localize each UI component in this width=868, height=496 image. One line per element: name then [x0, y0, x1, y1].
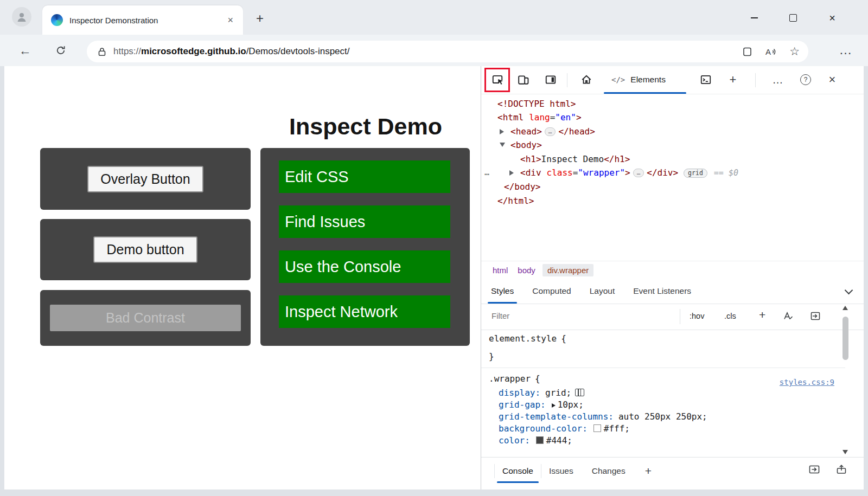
link-use-the-console[interactable]: Use the Console: [279, 250, 450, 283]
dom-h1-node[interactable]: <h1>Inspect Demo</h1>: [481, 152, 861, 166]
drawer-add-tab-button[interactable]: +: [645, 465, 652, 478]
scroll-up-arrow-icon[interactable]: [843, 306, 848, 310]
chevron-down-icon[interactable]: [845, 286, 853, 295]
dom-doctype[interactable]: <!DOCTYPE html>: [481, 97, 861, 111]
url-domain: microsoftedge.github.io: [141, 46, 246, 56]
expand-shorthand-icon[interactable]: [552, 403, 556, 408]
new-tab-button[interactable]: +: [252, 11, 268, 27]
address-bar[interactable]: https://microsoftedge.github.io/Demos/de…: [87, 41, 808, 62]
expand-drawer-icon[interactable]: [835, 464, 847, 477]
node-menu-icon[interactable]: …: [484, 166, 490, 179]
bad-contrast-button[interactable]: Bad Contrast: [50, 305, 241, 331]
dock-side-button[interactable]: [540, 69, 561, 91]
breadcrumb-div-wrapper[interactable]: div.wrapper: [542, 264, 593, 276]
window-close-button[interactable]: ×: [820, 9, 844, 27]
maximize-icon: [789, 14, 797, 22]
favorites-star-icon[interactable]: ☆: [789, 45, 800, 58]
lock-icon[interactable]: [98, 47, 106, 56]
tab-title: Inspector Demonstration: [69, 16, 223, 25]
close-icon: ×: [829, 12, 835, 24]
element-style-rule[interactable]: element.style{: [481, 330, 845, 347]
refresh-button[interactable]: [52, 42, 69, 59]
link-inspect-network[interactable]: Inspect Network: [279, 295, 450, 328]
dom-div-wrapper-node[interactable]: …<divclass="wrapper">…</div>grid== $0: [481, 166, 861, 180]
styles-filter-input[interactable]: [490, 311, 666, 321]
expand-arrow-icon[interactable]: [509, 170, 514, 176]
breadcrumb-html[interactable]: html: [488, 264, 513, 276]
scrollbar-thumb[interactable]: [843, 317, 848, 360]
drawer-tab-changes[interactable]: Changes: [592, 466, 626, 476]
collapsed-content-pill[interactable]: …: [633, 169, 644, 177]
welcome-home-button[interactable]: [576, 69, 597, 91]
color-swatch-dark[interactable]: [536, 436, 544, 444]
device-toolbar-icon: [518, 74, 529, 86]
tab-event-listeners[interactable]: Event Listeners: [633, 286, 691, 296]
css-property-background-color[interactable]: background-color:#fff;: [481, 423, 845, 435]
window-maximize-button[interactable]: [781, 9, 805, 27]
grid-editor-icon[interactable]: [575, 389, 584, 396]
toolbar-separator: [567, 73, 567, 87]
demo-button[interactable]: Demo button: [93, 236, 197, 263]
url-scheme: https://: [113, 46, 141, 56]
css-property-grid-gap[interactable]: grid-gap:10px;: [481, 399, 845, 411]
styles-filter-bar: :hov .cls +: [481, 304, 864, 330]
tutorial-highlight-red-box: [484, 68, 510, 92]
back-button[interactable]: ←: [16, 42, 34, 59]
tab-computed[interactable]: Computed: [532, 286, 571, 296]
tab-styles[interactable]: Styles: [491, 286, 514, 296]
profile-avatar[interactable]: [12, 7, 31, 27]
dom-html-open[interactable]: <htmllang="en">: [481, 111, 861, 124]
dom-head-node[interactable]: <head>…</head>: [481, 125, 861, 138]
dom-body-open[interactable]: <body>: [481, 138, 861, 152]
color-swatch-white[interactable]: [593, 424, 601, 432]
new-style-rule-button[interactable]: +: [759, 308, 765, 321]
read-aloud-icon[interactable]: A: [764, 47, 777, 57]
browser-tab[interactable]: Inspector Demonstration ×: [42, 5, 243, 35]
device-emulation-button[interactable]: [513, 69, 534, 91]
expand-arrow-icon[interactable]: [500, 129, 504, 134]
drawer-dock-icon[interactable]: [808, 464, 820, 477]
styles-tab-bar: Styles Computed Layout Event Listeners: [481, 279, 864, 304]
wrapper-rule-header[interactable]: .wrapper{ styles.css:9: [481, 371, 845, 387]
scroll-down-arrow-icon[interactable]: [843, 450, 848, 454]
split-screen-icon[interactable]: [742, 47, 752, 57]
collapse-arrow-icon[interactable]: [500, 143, 505, 147]
devtools-more-button[interactable]: …: [767, 69, 789, 91]
links-container: Edit CSS Find Issues Use the Console Ins…: [260, 148, 470, 346]
dom-tree: <!DOCTYPE html> <htmllang="en"> <head>…<…: [481, 94, 861, 208]
css-property-color[interactable]: color:#444;: [481, 435, 845, 447]
collapsed-content-pill[interactable]: …: [545, 127, 556, 136]
drawer-tab-console[interactable]: Console: [502, 466, 533, 476]
drawer-tab-issues[interactable]: Issues: [549, 466, 573, 476]
tab-layout[interactable]: Layout: [590, 286, 615, 296]
console-drawer-button[interactable]: [695, 69, 717, 91]
console-prompt-icon: [700, 74, 712, 86]
font-editor-icon[interactable]: [783, 311, 794, 324]
refresh-icon: [55, 45, 66, 56]
grid-badge[interactable]: grid: [684, 169, 707, 178]
devtools-help-button[interactable]: ?: [795, 69, 816, 91]
toggle-hover-state-button[interactable]: :hov: [690, 312, 704, 320]
dom-body-close[interactable]: </body>: [481, 180, 861, 194]
styles-scrollbar[interactable]: [841, 305, 850, 455]
stylesheet-source-link[interactable]: styles.css:9: [780, 374, 834, 390]
rule-divider: [481, 368, 845, 368]
devtools-panel: </> Elements + … ? ×: [481, 66, 864, 489]
computed-sidebar-toggle-icon[interactable]: [810, 311, 821, 324]
tab-close-icon[interactable]: ×: [223, 14, 238, 27]
add-panel-button[interactable]: +: [722, 69, 744, 91]
tab-elements[interactable]: </> Elements: [604, 66, 673, 93]
link-edit-css[interactable]: Edit CSS: [279, 160, 450, 193]
devtools-close-button[interactable]: ×: [821, 69, 843, 91]
css-property-grid-template-columns[interactable]: grid-template-columns:auto 250px 250px;: [481, 411, 845, 423]
window-minimize-button[interactable]: [742, 9, 766, 27]
overlay-button[interactable]: Overlay Button: [87, 166, 203, 192]
tab-strip: Inspector Demonstration × + ×: [0, 0, 868, 35]
window-content: Inspect Demo Overlay Button Demo button …: [4, 66, 864, 489]
breadcrumb-body[interactable]: body: [513, 264, 540, 276]
dom-html-close[interactable]: </html>: [481, 194, 861, 208]
toggle-class-button[interactable]: .cls: [724, 312, 736, 320]
devtools-toolbar: </> Elements + … ? ×: [481, 66, 864, 94]
settings-more-button[interactable]: …: [837, 42, 855, 57]
link-find-issues[interactable]: Find Issues: [279, 205, 450, 238]
